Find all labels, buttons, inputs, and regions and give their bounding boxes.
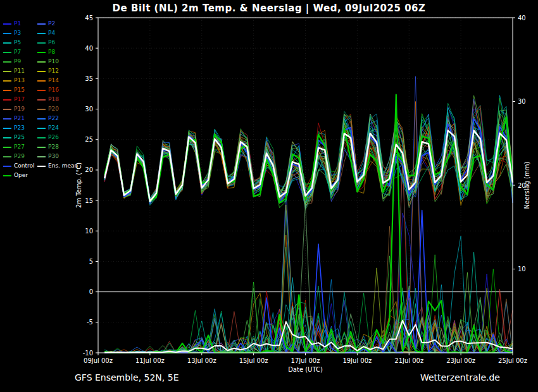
svg-text:21Jul 00z: 21Jul 00z [394, 357, 423, 364]
svg-text:5: 5 [89, 258, 93, 265]
special-lines [104, 95, 513, 353]
y-axis-left: -10-5051015202530354045 [83, 15, 98, 357]
ensemble-meteogram-chart: -10-50510152025303540451020304009Jul 00z… [0, 0, 538, 392]
x-axis: 09Jul 00z11Jul 00z13Jul 00z15Jul 00z17Ju… [84, 353, 527, 364]
svg-text:0: 0 [89, 288, 93, 295]
ensemble-member-lines [104, 77, 513, 353]
svg-text:20: 20 [85, 166, 93, 173]
svg-text:15Jul 00z: 15Jul 00z [239, 357, 268, 364]
svg-text:11Jul 00z: 11Jul 00z [135, 357, 165, 364]
x-axis-title: Date (UTC) [288, 366, 323, 373]
svg-text:25: 25 [85, 136, 93, 143]
svg-text:13Jul 00z: 13Jul 00z [187, 357, 216, 364]
member-precip-line [104, 285, 513, 353]
member-precip-line [104, 102, 513, 353]
y-axis-left-title: 2m Temp. (°C) [75, 162, 82, 208]
member-precip-line [104, 157, 513, 353]
svg-text:15: 15 [85, 197, 93, 204]
footer-model-info: GFS Ensemble, 52N, 5E [75, 372, 179, 383]
svg-text:40: 40 [85, 45, 93, 52]
svg-text:35: 35 [85, 75, 93, 82]
svg-text:10: 10 [518, 266, 526, 273]
y-axis-right-title: Neerslag (mm) [523, 161, 530, 209]
svg-text:40: 40 [518, 15, 526, 21]
svg-text:30: 30 [85, 106, 93, 113]
svg-text:45: 45 [85, 15, 93, 21]
svg-text:-5: -5 [87, 319, 93, 326]
svg-text:17Jul 00z: 17Jul 00z [291, 357, 320, 364]
footer-watermark: Wetterzentrale.de [420, 372, 500, 383]
svg-text:10: 10 [85, 228, 93, 235]
y-axis-right: 10203040 [513, 15, 526, 273]
svg-text:-10: -10 [83, 350, 93, 357]
svg-text:30: 30 [518, 98, 526, 105]
svg-text:19Jul 00z: 19Jul 00z [342, 357, 372, 364]
svg-text:23Jul 00z: 23Jul 00z [446, 357, 475, 364]
svg-text:25Jul 00z: 25Jul 00z [498, 357, 527, 364]
svg-text:09Jul 00z: 09Jul 00z [84, 357, 113, 364]
